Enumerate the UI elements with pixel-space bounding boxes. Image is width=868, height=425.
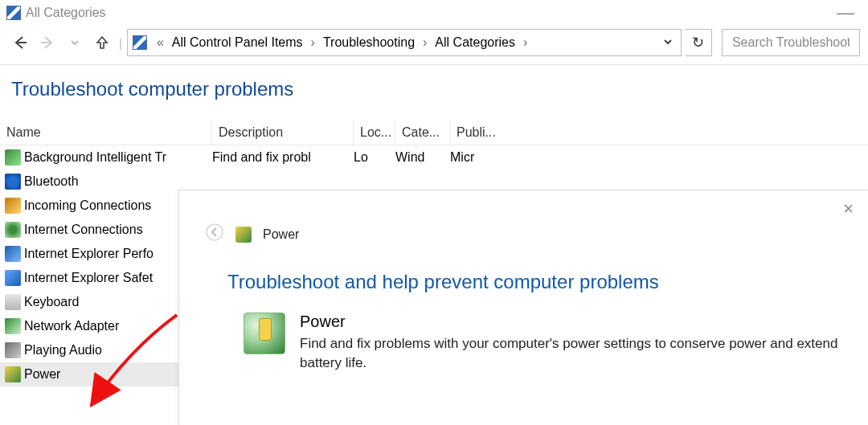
- forward-button[interactable]: [35, 31, 59, 55]
- col-publisher[interactable]: Publi...: [450, 120, 868, 145]
- up-button[interactable]: [90, 31, 114, 55]
- col-name[interactable]: Name: [0, 120, 212, 145]
- item-icon: [5, 222, 21, 238]
- col-description[interactable]: Description: [212, 120, 354, 145]
- item-publisher: Micr: [450, 150, 868, 165]
- column-headers: Name Description Loc... Cate... Publi...: [0, 120, 868, 145]
- wizard-item-title[interactable]: Power: [300, 313, 852, 331]
- wizard-title: Power: [263, 227, 299, 242]
- item-icon: [5, 174, 21, 190]
- refresh-button[interactable]: ↻: [685, 29, 712, 56]
- item-location: Lo: [354, 150, 395, 165]
- search-box[interactable]: [722, 29, 860, 56]
- navigation-bar: | « All Control Panel Items › Troublesho…: [0, 26, 868, 64]
- address-dropdown-button[interactable]: [655, 35, 681, 50]
- nav-separator: |: [119, 36, 122, 50]
- item-icon: [5, 366, 21, 382]
- wizard-back-button[interactable]: [205, 223, 224, 247]
- col-location[interactable]: Loc...: [354, 120, 395, 145]
- minimize-button[interactable]: —: [829, 2, 862, 23]
- location-icon: [133, 35, 147, 50]
- wizard-heading: Troubleshoot and help prevent computer p…: [227, 271, 852, 293]
- item-category: Wind: [395, 150, 450, 165]
- list-item[interactable]: Background Intelligent TrFind and fix pr…: [0, 145, 868, 170]
- address-bar[interactable]: « All Control Panel Items › Troubleshoot…: [127, 29, 682, 56]
- item-icon: [5, 318, 21, 334]
- item-icon: [5, 198, 21, 214]
- chevron-right-icon: ›: [518, 35, 532, 50]
- svg-point-0: [207, 224, 223, 240]
- wizard-item-description: Find and fix problems with your computer…: [300, 334, 852, 373]
- troubleshooter-wizard: × Power Troubleshoot and help prevent co…: [178, 190, 868, 425]
- chevron-right-icon: ›: [306, 35, 320, 50]
- power-icon: [235, 227, 252, 243]
- recent-locations-button[interactable]: [63, 31, 87, 55]
- col-category[interactable]: Cate...: [395, 120, 450, 145]
- chevron-right-icon: ›: [418, 35, 432, 50]
- window-title: All Categories: [26, 6, 106, 20]
- breadcrumb-item[interactable]: All Categories: [432, 35, 518, 50]
- item-icon: [5, 294, 21, 310]
- item-name: Background Intelligent Tr: [24, 150, 212, 165]
- item-icon: [5, 149, 21, 166]
- item-icon: [5, 270, 21, 286]
- app-icon: [6, 6, 21, 20]
- window-titlebar: All Categories —: [0, 0, 868, 26]
- item-name: Bluetooth: [24, 174, 212, 189]
- close-button[interactable]: ×: [843, 198, 854, 219]
- power-large-icon: [244, 313, 285, 354]
- item-icon: [5, 342, 21, 358]
- breadcrumb-item[interactable]: Troubleshooting: [320, 35, 418, 50]
- item-description: Find and fix probl: [212, 150, 354, 165]
- breadcrumb-prefix: «: [152, 35, 169, 50]
- search-input[interactable]: [731, 35, 851, 51]
- breadcrumb-item[interactable]: All Control Panel Items: [169, 35, 306, 50]
- item-icon: [5, 246, 21, 262]
- back-button[interactable]: [8, 31, 32, 55]
- page-heading: Troubleshoot computer problems: [0, 65, 868, 120]
